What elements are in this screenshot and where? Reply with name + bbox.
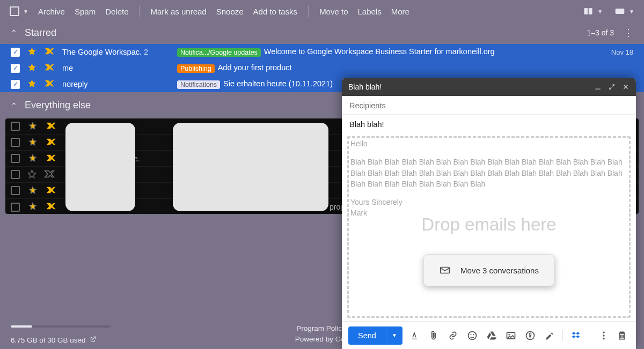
svg-point-5: [468, 331, 476, 339]
important-icon[interactable]: [44, 79, 55, 89]
add-to-tasks-button[interactable]: Add to tasks: [253, 7, 298, 16]
star-icon[interactable]: [27, 169, 36, 180]
move-conversations-card[interactable]: Move 3 conversations: [423, 254, 554, 286]
signature-icon[interactable]: [542, 330, 557, 341]
row-checkbox[interactable]: [11, 203, 20, 212]
important-icon[interactable]: [46, 122, 56, 131]
section-menu-icon[interactable]: ⋮: [624, 27, 633, 39]
minimize-icon[interactable]: [594, 83, 602, 91]
section-starred-title: Starred: [25, 27, 56, 39]
svg-rect-0: [584, 8, 588, 14]
archive-button[interactable]: Archive: [38, 7, 65, 16]
separator: [139, 5, 140, 17]
more-options-icon[interactable]: [596, 330, 611, 341]
emoji-icon[interactable]: [465, 330, 480, 341]
star-icon[interactable]: [27, 122, 38, 131]
storage-text: 6.75 GB of 30 GB used: [11, 336, 86, 344]
spam-button[interactable]: Spam: [75, 7, 96, 16]
discard-icon[interactable]: [614, 330, 630, 341]
star-icon[interactable]: [27, 138, 38, 147]
compose-body[interactable]: Hello Blah Blah Blah Blah Blah Blah Blah…: [342, 134, 636, 321]
row-checkbox[interactable]: [11, 154, 20, 163]
star-icon[interactable]: [27, 47, 36, 57]
labels-button[interactable]: Labels: [357, 7, 381, 16]
body-signoff: Yours Sincerely: [350, 197, 627, 207]
svg-point-12: [603, 331, 604, 333]
mail-date: Nov 18: [611, 48, 633, 56]
drive-icon[interactable]: [484, 330, 499, 341]
row-checkbox[interactable]: [11, 122, 20, 131]
important-icon[interactable]: [46, 154, 56, 164]
important-icon[interactable]: [46, 186, 56, 196]
recipients-field[interactable]: Recipients: [342, 96, 636, 115]
svg-rect-2: [616, 9, 625, 14]
dropbox-icon[interactable]: [568, 330, 583, 341]
important-icon[interactable]: [46, 202, 56, 212]
svg-rect-11: [529, 335, 531, 337]
powered-by-text: Powered by Goo: [295, 334, 349, 345]
send-button[interactable]: Send: [348, 326, 386, 345]
important-icon[interactable]: [44, 63, 55, 73]
snooze-button[interactable]: Snooze: [216, 7, 244, 16]
subject-text: Welcome to Google Workspace Business Sta…: [264, 47, 495, 56]
program-policies-link[interactable]: Program Policie: [295, 323, 349, 334]
row-checkbox[interactable]: [11, 138, 20, 147]
sender-name: noreply: [62, 80, 170, 88]
collapse-ee-icon[interactable]: ⌃: [11, 101, 17, 110]
drop-label: Drop emails here: [421, 214, 556, 235]
label-badge[interactable]: Publishing: [177, 64, 215, 73]
starred-range: 1–3 of 3: [587, 28, 614, 37]
attachment-thumbnail[interactable]: [65, 123, 135, 211]
row-checkbox[interactable]: [11, 186, 20, 195]
important-icon[interactable]: [44, 47, 55, 57]
svg-point-6: [470, 334, 471, 335]
collapse-starred-icon[interactable]: ⌃: [11, 28, 17, 37]
body-greeting: Hello: [350, 138, 627, 149]
svg-point-14: [603, 338, 604, 339]
row-checkbox[interactable]: ✓: [11, 64, 20, 73]
mail-row[interactable]: ✓ The Google Workspac.2 Notifica.../Goog…: [0, 44, 644, 60]
select-all-checkbox[interactable]: ▼: [10, 6, 28, 16]
row-checkbox[interactable]: [11, 170, 20, 179]
confidential-icon[interactable]: [523, 330, 538, 341]
fullscreen-icon[interactable]: [608, 83, 616, 91]
mail-row[interactable]: ✓ me PublishingAdd your first product: [0, 60, 644, 76]
separator: [562, 330, 563, 341]
separator: [308, 5, 309, 17]
star-icon[interactable]: [27, 186, 38, 196]
close-icon[interactable]: [622, 83, 630, 91]
move-to-button[interactable]: Move to: [319, 7, 348, 16]
svg-rect-3: [595, 89, 600, 90]
star-icon[interactable]: [27, 63, 36, 73]
subject-field[interactable]: Blah blah!: [342, 115, 636, 134]
row-checkbox[interactable]: ✓: [11, 80, 20, 89]
compose-window: Blah blah! Recipients Blah blah! Hello B…: [342, 78, 636, 349]
external-link-icon[interactable]: [89, 336, 97, 345]
split-pane-icon[interactable]: ▼: [583, 6, 603, 17]
row-checkbox[interactable]: ✓: [11, 48, 20, 57]
send-options-button[interactable]: ▼: [386, 328, 402, 343]
delete-button[interactable]: Delete: [105, 7, 128, 16]
attachment-thumbnail[interactable]: [173, 123, 328, 211]
subject-text: Add your first product: [218, 63, 292, 72]
sender-name: The Google Workspac.: [62, 48, 142, 56]
more-button[interactable]: More: [391, 7, 409, 16]
keyboard-icon[interactable]: ▼: [614, 6, 634, 17]
move-conversations-text: Move 3 conversations: [460, 266, 539, 275]
label-badge[interactable]: Notifications: [177, 80, 220, 89]
svg-rect-1: [589, 8, 592, 14]
link-icon[interactable]: [445, 330, 460, 341]
star-icon[interactable]: [27, 202, 38, 212]
mark-unread-button[interactable]: Mark as unread: [150, 7, 206, 16]
star-icon[interactable]: [27, 154, 38, 164]
sender-name: me: [62, 64, 170, 72]
image-icon[interactable]: [503, 330, 518, 341]
label-badge[interactable]: Notifica.../Google updates: [177, 48, 261, 57]
star-icon[interactable]: [27, 79, 36, 90]
compose-title: Blah blah!: [348, 83, 382, 91]
attach-icon[interactable]: [426, 330, 441, 341]
subject-text: Sie erhalten heute (10.11.2021): [223, 79, 333, 88]
important-icon[interactable]: [46, 138, 56, 147]
format-text-icon[interactable]: [407, 330, 422, 341]
important-icon[interactable]: [44, 170, 55, 180]
